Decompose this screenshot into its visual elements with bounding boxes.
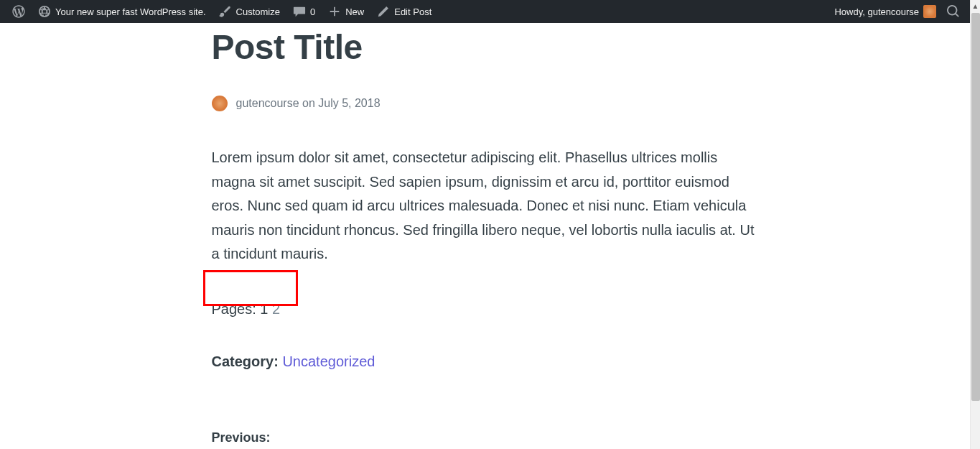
wordpress-logo-icon xyxy=(12,5,25,18)
comments-count: 0 xyxy=(310,6,315,17)
customize-label: Customize xyxy=(236,6,280,17)
post-body: Lorem ipsum dolor sit amet, consectetur … xyxy=(212,146,759,267)
customize-menu[interactable]: Customize xyxy=(213,0,286,23)
wp-logo-menu[interactable] xyxy=(6,0,32,23)
edit-post-label: Edit Post xyxy=(394,6,431,17)
page-current: 1 xyxy=(260,301,268,317)
search-icon xyxy=(947,5,960,18)
browser-scrollbar[interactable]: ▲ xyxy=(970,0,980,449)
edit-post-menu[interactable]: Edit Post xyxy=(370,0,438,23)
scroll-up-arrow[interactable]: ▲ xyxy=(971,0,981,11)
page-link-2[interactable]: 2 xyxy=(272,301,280,317)
search-toggle[interactable] xyxy=(943,0,964,23)
page-links: Pages: 1 2 xyxy=(212,301,759,318)
byline-text: gutencourse on July 5, 2018 xyxy=(236,97,381,110)
post-category: Category: Uncategorized xyxy=(212,353,759,370)
brush-icon xyxy=(219,5,232,18)
pencil-icon xyxy=(377,5,390,18)
my-account-menu[interactable]: Howdy, gutencourse xyxy=(828,0,943,23)
howdy-text: Howdy, gutencourse xyxy=(834,6,919,17)
comments-menu[interactable]: 0 xyxy=(286,0,322,23)
scrollbar-thumb[interactable] xyxy=(971,13,980,401)
post-byline: gutencourse on July 5, 2018 xyxy=(212,96,759,111)
author-avatar xyxy=(212,96,228,111)
post-title: Post Title xyxy=(212,27,759,67)
pages-label: Pages: xyxy=(212,301,256,317)
site-name-label: Your new super fast WordPress site. xyxy=(55,6,206,17)
category-label: Category: xyxy=(212,353,279,369)
previous-label: Previous: xyxy=(212,430,759,445)
post-navigation: Previous: Test xyxy=(212,430,759,449)
user-avatar-small xyxy=(923,5,936,18)
site-name-menu[interactable]: Your new super fast WordPress site. xyxy=(32,0,213,23)
wp-admin-bar: Your new super fast WordPress site. Cust… xyxy=(0,0,970,23)
dashboard-icon xyxy=(38,5,51,18)
post-date: July 5, 2018 xyxy=(318,97,380,109)
category-link[interactable]: Uncategorized xyxy=(282,353,375,369)
comment-icon xyxy=(293,5,306,18)
new-content-menu[interactable]: New xyxy=(322,0,370,23)
new-label: New xyxy=(345,6,364,17)
page-content-area: Post Title gutencourse on July 5, 2018 L… xyxy=(0,23,970,449)
author-link[interactable]: gutencourse xyxy=(236,97,299,109)
plus-icon xyxy=(328,5,341,18)
